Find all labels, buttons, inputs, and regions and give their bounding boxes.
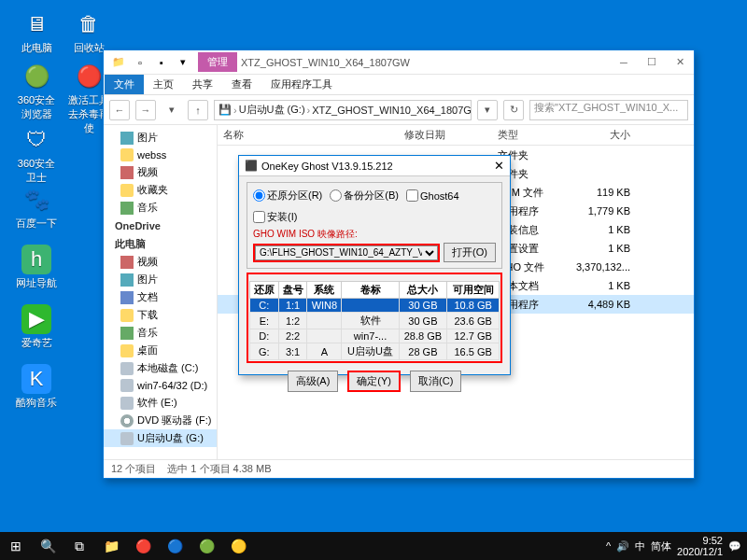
nav-forward-button[interactable]: → xyxy=(135,100,156,120)
image-path-label: GHO WIM ISO 映像路径: xyxy=(253,228,496,241)
checkbox-install[interactable]: 安装(I) xyxy=(253,210,297,224)
task-view-button[interactable]: ⧉ xyxy=(63,532,95,560)
col-type[interactable]: 类型 xyxy=(498,128,572,142)
nav-tree: 图片webss视频收藏夹音乐OneDrive此电脑视频图片文档下载音乐桌面本地磁… xyxy=(104,125,218,459)
col-name[interactable]: 名称 xyxy=(218,128,404,142)
tray-volume-icon[interactable]: 🔊 xyxy=(616,540,629,553)
radio-backup[interactable]: 备份分区(B) xyxy=(330,189,399,203)
table-header[interactable]: 总大小 xyxy=(399,282,447,299)
tree-item[interactable]: 视频 xyxy=(104,253,217,271)
tree-item[interactable]: 此电脑 xyxy=(104,233,217,253)
table-header[interactable]: 系统 xyxy=(307,282,342,299)
breadcrumb-item[interactable]: U启动U盘 (G:) xyxy=(239,103,305,117)
ribbon-tab[interactable]: 查看 xyxy=(222,75,261,94)
desktop-icon[interactable]: 🐾百度一下 xyxy=(13,185,60,231)
address-bar[interactable]: 💾›U启动U盘 (G:)›XTZ_GHOST_WIN10_X64_1807GW xyxy=(214,100,472,120)
open-button[interactable]: 打开(O) xyxy=(444,243,496,262)
cancel-button[interactable]: 取消(C) xyxy=(410,371,461,392)
table-header[interactable]: 盘号 xyxy=(278,282,307,299)
tree-item[interactable]: DVD 驱动器 (F:) xyxy=(104,412,217,429)
ribbon-tab[interactable]: 主页 xyxy=(144,75,183,94)
ribbon-tab[interactable]: 文件 xyxy=(105,75,144,94)
table-header[interactable]: 还原 xyxy=(250,282,279,299)
tree-item[interactable]: 音乐 xyxy=(104,199,217,217)
table-header[interactable]: 卷标 xyxy=(342,282,399,299)
tree-item[interactable]: U启动U盘 (G:) xyxy=(104,429,217,447)
start-button[interactable]: ⊞ xyxy=(0,532,32,560)
image-path-field-highlight: G:\FLHS_GHOST_WIN10_64_AZTY_V2020_12.GHO xyxy=(253,244,440,262)
search-input[interactable]: 搜索"XTZ_GHOST_WIN10_X... xyxy=(529,100,688,120)
ime-lang[interactable]: 中 xyxy=(635,539,645,553)
minimize-button[interactable]: ─ xyxy=(610,50,638,75)
ok-button[interactable]: 确定(Y) xyxy=(347,371,401,392)
tree-item[interactable]: webss xyxy=(104,147,217,163)
tree-item[interactable]: 文档 xyxy=(104,288,217,306)
ribbon-tab[interactable]: 应用程序工具 xyxy=(261,75,342,94)
ribbon-context-tab[interactable]: 管理 xyxy=(198,52,237,72)
search-button[interactable]: 🔍 xyxy=(32,532,63,560)
status-count: 12 个项目 xyxy=(111,462,156,476)
advanced-button[interactable]: 高级(A) xyxy=(288,371,339,392)
checkbox-ghost64[interactable]: Ghost64 xyxy=(406,189,459,203)
tree-item[interactable]: 图片 xyxy=(104,271,217,288)
close-button[interactable]: ✕ xyxy=(666,50,694,75)
refresh-button[interactable]: ↻ xyxy=(503,100,524,120)
taskbar-explorer[interactable]: 📁 xyxy=(95,532,127,560)
nav-back-button[interactable]: ← xyxy=(109,100,130,120)
folder-icon: 📁 xyxy=(109,53,128,72)
col-date[interactable]: 修改日期 xyxy=(404,128,498,142)
partition-row[interactable]: D:2:2win7-...28.8 GB12.7 GB xyxy=(250,329,500,343)
tree-item[interactable]: 收藏夹 xyxy=(104,181,217,199)
qat-props-icon[interactable]: ▫ xyxy=(131,53,149,72)
tree-item[interactable]: win7-64/32 (D:) xyxy=(104,377,217,394)
nav-history-button[interactable]: ▾ xyxy=(162,100,182,120)
taskbar-app-4[interactable]: 🟡 xyxy=(222,532,254,560)
maximize-button[interactable]: ☐ xyxy=(638,50,666,75)
ime-mode[interactable]: 简体 xyxy=(651,539,671,553)
partition-row[interactable]: E:1:2软件30 GB23.6 GB xyxy=(250,313,500,329)
taskbar-app-3[interactable]: 🟢 xyxy=(190,532,222,560)
app-icon: ⬛ xyxy=(245,160,258,172)
ribbon-tab[interactable]: 共享 xyxy=(183,75,222,94)
tree-item[interactable]: 下载 xyxy=(104,306,217,324)
table-header[interactable]: 可用空间 xyxy=(447,282,500,299)
window-title: XTZ_GHOST_WIN10_X64_1807GW xyxy=(237,57,610,68)
desktop-icon[interactable]: 🖥此电脑 xyxy=(13,9,60,55)
image-path-select[interactable]: G:\FLHS_GHOST_WIN10_64_AZTY_V2020_12.GHO xyxy=(255,245,438,260)
desktop-icon[interactable]: 🟢360安全浏览器 xyxy=(13,62,60,121)
ribbon-tabs: 文件主页共享查看应用程序工具 xyxy=(104,75,694,95)
tree-item[interactable]: OneDrive xyxy=(104,217,217,233)
nav-up-button[interactable]: ↑ xyxy=(188,100,208,120)
dialog-close-button[interactable]: ✕ xyxy=(494,159,504,173)
breadcrumb-item[interactable]: XTZ_GHOST_WIN10_X64_1807GW xyxy=(312,105,472,116)
tree-item[interactable]: 桌面 xyxy=(104,342,217,359)
tree-item[interactable]: 图片 xyxy=(104,129,217,147)
tray-up-icon[interactable]: ^ xyxy=(606,540,611,552)
tree-item[interactable]: 音乐 xyxy=(104,324,217,342)
dialog-titlebar[interactable]: ⬛ OneKey Ghost V13.9.15.212 ✕ xyxy=(239,156,510,176)
tree-item[interactable]: 本地磁盘 (C:) xyxy=(104,359,217,377)
notification-icon[interactable]: 💬 xyxy=(728,540,741,553)
qat-dropdown-icon[interactable]: ▾ xyxy=(174,53,192,72)
taskbar-app-1[interactable]: 🔴 xyxy=(127,532,159,560)
partition-row[interactable]: C:1:1WIN830 GB10.8 GB xyxy=(250,299,500,313)
clock-date[interactable]: 2020/12/1 xyxy=(677,546,723,557)
address-dropdown[interactable]: ▾ xyxy=(477,100,498,120)
titlebar[interactable]: 📁 ▫ ▪ ▾ 管理 XTZ_GHOST_WIN10_X64_1807GW ─ … xyxy=(104,50,694,75)
clock-time[interactable]: 9:52 xyxy=(677,535,723,546)
taskbar-app-2[interactable]: 🔵 xyxy=(159,532,190,560)
taskbar: ⊞ 🔍 ⧉ 📁 🔴 🔵 🟢 🟡 ^ 🔊 中 简体 9:52 2020/12/1 … xyxy=(0,532,747,560)
radio-restore[interactable]: 还原分区(R) xyxy=(253,189,322,203)
col-size[interactable]: 大小 xyxy=(572,128,638,142)
desktop-icon[interactable]: 🛡360安全卫士 xyxy=(13,125,60,185)
desktop-icon[interactable]: 🗑回收站 xyxy=(65,9,112,55)
tree-item[interactable]: 软件 (E:) xyxy=(104,394,217,412)
partition-table: 还原盘号系统卷标总大小可用空间 C:1:1WIN830 GB10.8 GBE:1… xyxy=(249,281,500,360)
desktop-icon[interactable]: h网址导航 xyxy=(13,245,60,290)
desktop-icon[interactable]: K酷狗音乐 xyxy=(13,364,60,410)
tree-item[interactable]: 视频 xyxy=(104,163,217,181)
dialog-title: OneKey Ghost V13.9.15.212 xyxy=(261,161,393,172)
desktop-icon[interactable]: ▶爱奇艺 xyxy=(13,304,60,350)
qat-new-icon[interactable]: ▪ xyxy=(152,53,171,72)
partition-row[interactable]: G:3:1AU启动U盘28 GB16.5 GB xyxy=(250,343,500,360)
